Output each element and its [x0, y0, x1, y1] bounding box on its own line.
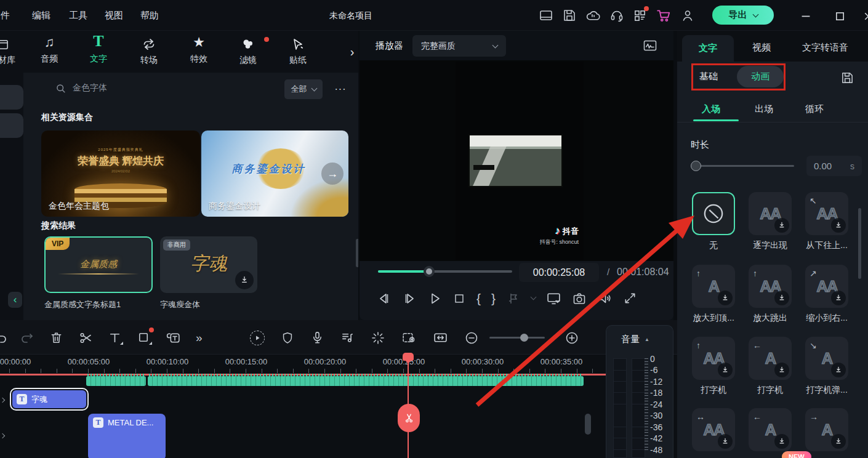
tab-effects[interactable]: ★ 特效 — [182, 34, 216, 65]
track-collapse-chevron[interactable] — [1, 430, 4, 440]
tab-tts[interactable]: 文字转语音 — [802, 42, 848, 54]
progress-handle[interactable] — [424, 266, 435, 277]
marker-button[interactable] — [506, 291, 521, 306]
anim-tile[interactable]: AA↗ — [805, 265, 848, 308]
anim-tab-out[interactable]: 出场 — [755, 103, 773, 115]
anim-tile[interactable]: AA↖ — [805, 192, 848, 235]
collapse-sidebar-button[interactable]: ‹ — [8, 292, 22, 308]
anim-tile[interactable]: A← — [749, 408, 792, 451]
menu-file[interactable]: 文件 — [0, 10, 10, 22]
anim-tile-none[interactable] — [692, 192, 735, 235]
previous-frame-button[interactable] — [377, 291, 392, 306]
tabs-expand-chevron[interactable]: › — [346, 44, 358, 59]
zoom-out-icon[interactable] — [464, 331, 479, 345]
timeline-vertical-scrollbar[interactable] — [585, 414, 591, 435]
account-user-icon[interactable] — [680, 8, 695, 23]
tab-video-properties[interactable]: 视频 — [752, 42, 771, 54]
tab-text-properties[interactable]: 文字 — [682, 35, 734, 62]
anim-tile[interactable]: A↘ — [805, 337, 848, 380]
record-voiceover-mic-icon[interactable] — [310, 331, 324, 345]
render-preview-icon[interactable] — [640, 36, 660, 55]
tab-filters[interactable]: 滤镜 — [231, 36, 265, 66]
mode-tab-animation[interactable]: 动画 — [737, 66, 784, 87]
duration-slider-handle[interactable] — [691, 161, 701, 171]
menu-help[interactable]: 帮助 — [140, 10, 159, 22]
audio-clip-segment[interactable] — [148, 376, 584, 386]
keyframe-burst-icon[interactable] — [371, 331, 385, 345]
menu-view[interactable]: 视图 — [105, 10, 123, 22]
tab-stickers[interactable]: 贴纸 — [281, 36, 315, 66]
volume-button[interactable] — [597, 291, 613, 306]
mark-in-button[interactable]: { — [476, 291, 481, 306]
search-input[interactable] — [73, 79, 257, 97]
stop-button[interactable] — [452, 292, 466, 305]
layout-panel-icon[interactable] — [539, 8, 553, 23]
tab-text[interactable]: T 文字 — [81, 34, 116, 65]
play-button[interactable] — [427, 291, 442, 306]
properties-scrollbar[interactable] — [858, 208, 861, 279]
save-icon[interactable] — [562, 8, 577, 23]
window-close-button[interactable] — [861, 9, 868, 23]
text-clip-metal[interactable]: T METAL DE... — [88, 414, 166, 458]
menu-tools[interactable]: 工具 — [69, 10, 87, 22]
timeline-zoom-handle[interactable] — [520, 334, 528, 342]
save-preset-icon[interactable] — [838, 69, 856, 86]
anim-tile[interactable]: A↑ — [692, 265, 735, 308]
anim-tile[interactable]: A← — [749, 337, 792, 380]
anim-tile[interactable]: AA — [749, 192, 792, 235]
collapse-meter-icon[interactable]: ▲ — [645, 337, 649, 342]
more-tools-chevrons[interactable]: » — [196, 331, 201, 345]
audio-list-icon[interactable] — [340, 331, 355, 345]
mirror-display-button[interactable] — [546, 291, 561, 306]
fullscreen-button[interactable] — [623, 291, 637, 305]
zoom-in-icon[interactable] — [564, 330, 580, 346]
playback-progress-bar[interactable] — [378, 270, 512, 273]
anim-tile[interactable]: A→ — [805, 408, 848, 451]
fit-timeline-icon[interactable] — [433, 330, 448, 345]
support-headset-icon[interactable] — [609, 8, 624, 23]
filter-dropdown[interactable]: 全部 — [284, 79, 323, 99]
mode-tab-basic[interactable]: 基础 — [699, 71, 718, 82]
delete-trash-icon[interactable] — [49, 331, 63, 345]
tab-audio[interactable]: ♫ 音频 — [32, 34, 66, 65]
tab-transitions[interactable]: 转场 — [132, 36, 166, 66]
render-preview-play-icon[interactable] — [250, 331, 265, 345]
marker-chevron-icon[interactable] — [531, 294, 537, 300]
result-item-zihun[interactable]: 字魂 非商用 — [160, 236, 257, 293]
anim-tab-in[interactable]: 入场 — [702, 103, 720, 115]
store-cart-icon[interactable] — [656, 7, 672, 23]
result-item-metal-title[interactable]: 金属质感 VIP — [44, 236, 153, 293]
duration-value-box[interactable]: 0.00 s — [806, 156, 862, 176]
playhead-split-scissors-button[interactable] — [398, 404, 420, 432]
snapshot-camera-button[interactable] — [572, 291, 587, 306]
card-next-arrow-button[interactable]: → — [321, 163, 344, 185]
more-options-button[interactable]: ··· — [331, 81, 350, 98]
mark-out-button[interactable]: } — [491, 291, 496, 306]
anim-tab-loop[interactable]: 循环 — [805, 103, 824, 115]
cloud-upload-icon[interactable] — [585, 8, 601, 23]
duration-slider[interactable] — [691, 165, 794, 167]
quality-dropdown[interactable]: 完整画质 — [412, 35, 506, 57]
speech-to-text-icon[interactable] — [166, 330, 181, 345]
anim-tile[interactable]: AA↔ — [692, 408, 735, 451]
mask-shield-icon[interactable] — [281, 331, 294, 345]
split-scissors-icon[interactable] — [78, 331, 93, 345]
next-frame-button[interactable] — [402, 291, 417, 306]
undo-icon[interactable] — [0, 330, 9, 346]
window-minimize-button[interactable] — [798, 9, 813, 23]
timeline-ruler[interactable]: 00:00:00:00 00:00:05:00 00:00:10:00 00:0… — [0, 356, 677, 374]
panel-scrollbar[interactable] — [356, 239, 358, 267]
tab-media-library[interactable]: 素材库 — [0, 36, 20, 66]
preview-window-eye-icon[interactable] — [401, 330, 417, 345]
category-item[interactable] — [0, 85, 23, 110]
collection-card-gold[interactable]: 2025年度盛典颁奖典礼 荣誉盛典 辉煌共庆 2024/02/02 金色年会主题… — [41, 131, 200, 217]
export-button[interactable]: 导出 — [712, 6, 774, 25]
text-clip-zihun[interactable]: T 字魂 — [10, 388, 89, 411]
window-maximize-button[interactable] — [832, 9, 847, 23]
download-icon[interactable] — [235, 271, 254, 289]
redo-icon[interactable] — [20, 331, 34, 345]
audio-clip-segment[interactable] — [86, 376, 146, 386]
menu-edit[interactable]: 编辑 — [32, 10, 50, 22]
collection-card-business[interactable]: 商务鎏金设计 → 商务鎏金设计 — [201, 131, 348, 217]
apps-grid-icon[interactable] — [633, 9, 647, 23]
